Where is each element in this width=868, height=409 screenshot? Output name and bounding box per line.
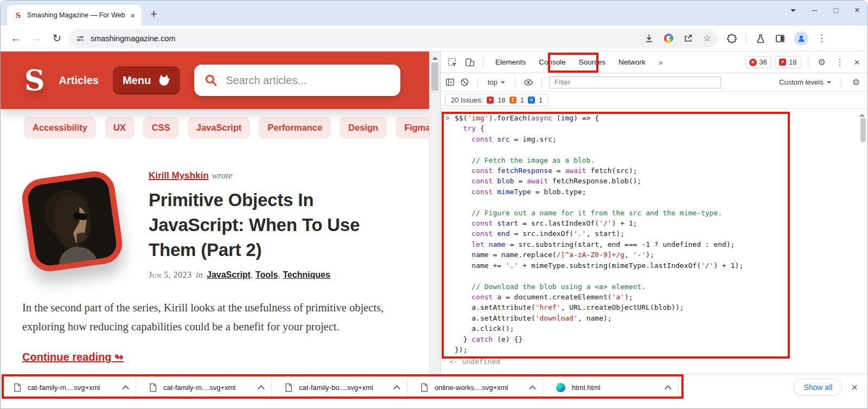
menu-label: Menu — [123, 74, 151, 87]
side-panel-icon[interactable] — [775, 33, 786, 44]
console-sidebar-icon[interactable] — [445, 77, 455, 87]
url-text[interactable]: smashingmagazine.com — [91, 34, 639, 43]
site-header: S Articles Menu — [1, 52, 429, 109]
device-toolbar-icon[interactable] — [462, 57, 477, 68]
live-expression-eye-icon[interactable] — [523, 77, 534, 88]
code-line: } catch (e) {} — [441, 334, 867, 344]
issue-error-icon: × — [487, 97, 494, 104]
address-bar[interactable]: smashingmagazine.com ☆ — [69, 29, 718, 48]
profile-avatar-icon[interactable] — [794, 31, 808, 46]
chevron-down-icon — [827, 81, 831, 86]
maximize-button[interactable]: □ — [834, 6, 838, 15]
downloads-close-icon[interactable]: × — [851, 381, 858, 394]
menu-button[interactable]: Menu — [113, 66, 180, 94]
file-icon — [285, 383, 292, 392]
chevron-up-icon[interactable] — [665, 385, 672, 392]
page-scrollbar[interactable] — [429, 52, 440, 374]
back-button[interactable]: ← — [7, 33, 24, 44]
article-title[interactable]: Primitive Objects In JavaScript: When To… — [149, 188, 404, 263]
category-pill-figma[interactable]: Figma — [395, 117, 429, 139]
window-bottom-edge — [1, 400, 867, 409]
devtools-tab-elements[interactable]: Elements — [489, 52, 532, 73]
category-pill-accessibility[interactable]: Accessibility — [24, 117, 96, 139]
category-pill-css[interactable]: CSS — [143, 117, 179, 139]
console-code-block[interactable]: >$$('img').forEach(async (img) => { try … — [441, 113, 867, 355]
download-item[interactable]: html.html — [543, 374, 679, 400]
download-icon[interactable] — [644, 33, 654, 43]
search-input[interactable] — [226, 74, 383, 87]
devtools-tab-network[interactable]: Network — [612, 52, 652, 73]
tab-title: Smashing Magazine — For Web D — [27, 11, 125, 19]
share-icon[interactable] — [683, 33, 693, 43]
divider — [515, 78, 515, 87]
console-scroll-up-icon[interactable] — [859, 111, 865, 117]
devtools-tab-sources[interactable]: Sources — [572, 52, 612, 73]
show-all-downloads-button[interactable]: Show all — [793, 379, 843, 396]
issues-summary-chip[interactable]: 20 Issues: × 18 ! 1 = 1 — [445, 94, 548, 106]
download-item[interactable]: online-works....svg+xml — [407, 374, 543, 400]
download-item[interactable]: cat-family-m....svg+xml — [1, 374, 136, 400]
tab-search-chevron-icon[interactable] — [790, 9, 796, 15]
article-meta: Jun 5, 2023 in JavaScript, Tools, Techni… — [149, 270, 420, 280]
scroll-up-arrow-icon[interactable] — [432, 54, 438, 60]
issues-badge[interactable]: × 18 — [775, 56, 801, 68]
chevron-up-icon[interactable] — [393, 385, 400, 392]
tag-link-javascript[interactable]: JavaScript — [207, 270, 251, 279]
download-item[interactable]: cat-family-m....svg+xml — [136, 374, 272, 400]
download-filename: cat-family-m....svg+xml — [163, 384, 252, 392]
author-link[interactable]: Kirill Myshkin — [149, 170, 209, 181]
category-pill-performance[interactable]: Performance — [259, 117, 331, 139]
context-selector[interactable]: top — [486, 78, 507, 86]
console-settings-gear-icon[interactable]: ⚙ — [849, 77, 863, 87]
console-scrollbar-thumb[interactable] — [860, 118, 866, 143]
devtools-tab-console[interactable]: Console — [532, 52, 572, 73]
inspect-element-icon[interactable] — [445, 57, 460, 68]
browser-tab[interactable]: S Smashing Magazine — For Web D × — [7, 5, 142, 25]
continue-reading-link[interactable]: Continue reading ↬ — [22, 350, 124, 363]
clear-console-icon[interactable] — [459, 77, 470, 87]
site-settings-icon[interactable] — [75, 34, 85, 43]
labs-flask-icon[interactable] — [755, 33, 766, 44]
category-pill-ux[interactable]: UX — [105, 117, 135, 139]
download-item[interactable]: cat-family-bo....svg+xml — [272, 374, 407, 400]
tab-close-icon[interactable]: × — [129, 10, 136, 21]
category-pills: AccessibilityUXCSSJavaScriptPerformanceD… — [1, 117, 429, 139]
custom-levels-dropdown[interactable]: Custom levels — [779, 78, 833, 86]
site-search-box[interactable] — [194, 65, 400, 96]
chevron-up-icon[interactable] — [529, 385, 536, 392]
search-icon — [204, 73, 218, 87]
reload-button[interactable]: ↻ — [48, 32, 66, 44]
articles-link[interactable]: Articles — [59, 74, 99, 87]
toolbar-divider — [746, 34, 746, 43]
browser-menu-kebab-icon[interactable]: ⋮ — [817, 34, 826, 43]
devtools-settings-gear-icon[interactable]: ⚙ — [815, 57, 829, 67]
devtools-menu-kebab-icon[interactable]: ⋮ — [832, 57, 847, 67]
window-close-button[interactable]: × — [854, 5, 860, 16]
code-line: const a = document.createElement('a'); — [441, 292, 867, 302]
minimize-button[interactable]: ─ — [812, 6, 818, 15]
cat-icon — [156, 73, 170, 87]
more-tabs-icon[interactable]: » — [654, 57, 667, 67]
author-avatar[interactable] — [20, 169, 125, 274]
console-filter-input[interactable] — [550, 76, 721, 88]
category-pill-javascript[interactable]: JavaScript — [188, 117, 250, 139]
console-output[interactable]: >$$('img').forEach(async (img) => { try … — [441, 109, 867, 374]
google-icon[interactable] — [664, 34, 673, 43]
forward-button[interactable]: → — [28, 33, 45, 44]
smashing-logo[interactable]: S — [24, 66, 45, 94]
page-scrollbar-thumb[interactable] — [431, 62, 438, 91]
file-icon — [420, 383, 428, 392]
console-errors-badge[interactable]: × 36 — [745, 56, 771, 68]
code-line — [441, 144, 867, 155]
chevron-up-icon[interactable] — [122, 385, 129, 392]
new-tab-button[interactable]: + — [150, 7, 157, 21]
extensions-puzzle-icon[interactable] — [726, 33, 737, 44]
tag-link-techniques[interactable]: Techniques — [283, 270, 330, 279]
code-line: // Figure out a name for it from the src… — [441, 208, 867, 218]
tag-link-tools[interactable]: Tools — [256, 270, 278, 279]
devtools-close-icon[interactable]: × — [851, 56, 863, 68]
bookmark-star-icon[interactable]: ☆ — [703, 34, 711, 43]
article-tags: JavaScript, Tools, Techniques — [207, 270, 330, 279]
chevron-up-icon[interactable] — [258, 385, 265, 392]
category-pill-design[interactable]: Design — [340, 117, 387, 139]
